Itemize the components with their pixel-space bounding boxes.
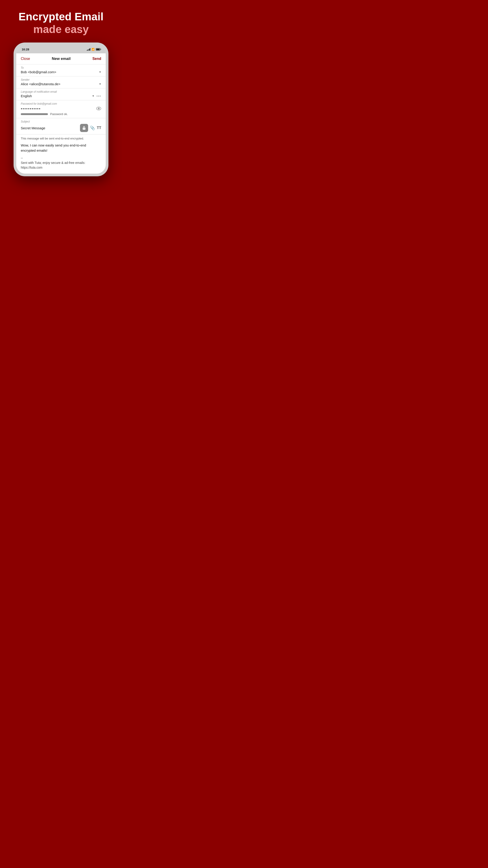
- password-strength-row: Password ok.: [21, 112, 101, 116]
- signature-line3: https://tuta.com: [21, 166, 42, 169]
- sender-value[interactable]: Alice <alice@tutanota.de>: [21, 82, 60, 86]
- wifi-icon: 📶: [92, 48, 95, 51]
- language-field-group: Language of notification email English ▼…: [16, 88, 106, 100]
- encrypted-notice: This message will be sent end-to-end enc…: [21, 137, 101, 140]
- battery-icon: [96, 48, 100, 51]
- hero-title-line2: made easy: [19, 23, 103, 36]
- language-value[interactable]: English: [21, 94, 32, 98]
- more-icon[interactable]: •••: [96, 94, 101, 98]
- signature: -- Sent with Tuta; enjoy secure & ad-fre…: [21, 156, 101, 170]
- language-dropdown-icon[interactable]: ▼: [92, 95, 94, 97]
- subject-input[interactable]: Secret Message: [21, 126, 80, 130]
- phone-screen: 16:28 📶 Clo: [16, 45, 106, 174]
- to-dropdown-icon[interactable]: ▼: [99, 71, 101, 73]
- strength-label: Password ok.: [50, 112, 68, 116]
- subject-field-group: Subject Secret Message 📎: [16, 118, 106, 134]
- close-button[interactable]: Close: [21, 57, 30, 61]
- status-icons: 📶: [87, 48, 101, 51]
- status-bar: 16:28 📶: [16, 45, 106, 53]
- sender-dropdown-icon[interactable]: ▼: [99, 83, 101, 85]
- email-header: Close New email Send: [16, 53, 106, 64]
- email-body: This message will be sent end-to-end enc…: [16, 134, 106, 174]
- email-composer: Close New email Send To Bob <bob@gmail.c…: [16, 53, 106, 174]
- language-actions: ▼ •••: [92, 94, 101, 98]
- status-time: 16:28: [22, 48, 29, 51]
- send-button[interactable]: Send: [92, 57, 101, 61]
- composer-title: New email: [52, 57, 70, 61]
- signature-line1: --: [21, 156, 23, 160]
- notch: [47, 45, 74, 52]
- sender-field-group: Sender Alice <alice@tutanota.de> ▼: [16, 76, 106, 88]
- password-label: Password for bob@gmail.com: [21, 102, 101, 105]
- phone-frame: 16:28 📶 Clo: [13, 42, 108, 176]
- attach-icon[interactable]: 📎: [90, 125, 95, 130]
- phone-wrapper: 16:28 📶 Clo: [0, 42, 122, 217]
- signature-line2: Sent with Tuta; enjoy secure & ad-free e…: [21, 161, 86, 164]
- password-input[interactable]: ●●●●●●●●●●●: [21, 107, 41, 110]
- svg-point-2: [98, 108, 99, 109]
- signal-icon: [87, 48, 91, 51]
- to-value[interactable]: Bob <bob@gmail.com>: [21, 70, 56, 74]
- subject-label: Subject: [21, 120, 101, 123]
- sender-label: Sender: [21, 78, 101, 81]
- password-field-group: Password for bob@gmail.com ●●●●●●●●●●●: [16, 100, 106, 118]
- body-text[interactable]: Wow, I can now easily send you end-to-en…: [21, 143, 101, 153]
- svg-rect-4: [84, 128, 85, 129]
- subject-tools: 📎 TT: [80, 124, 101, 132]
- encrypt-button[interactable]: [80, 124, 88, 132]
- language-label: Language of notification email: [21, 90, 101, 93]
- text-size-icon[interactable]: TT: [97, 126, 101, 130]
- hero-section: Encrypted Email made easy: [9, 0, 112, 42]
- eye-icon[interactable]: [96, 106, 101, 111]
- strength-bar: [21, 113, 48, 115]
- to-label: To: [21, 66, 101, 69]
- to-field-group: To Bob <bob@gmail.com> ▼: [16, 64, 106, 76]
- hero-title-line1: Encrypted Email: [19, 11, 103, 23]
